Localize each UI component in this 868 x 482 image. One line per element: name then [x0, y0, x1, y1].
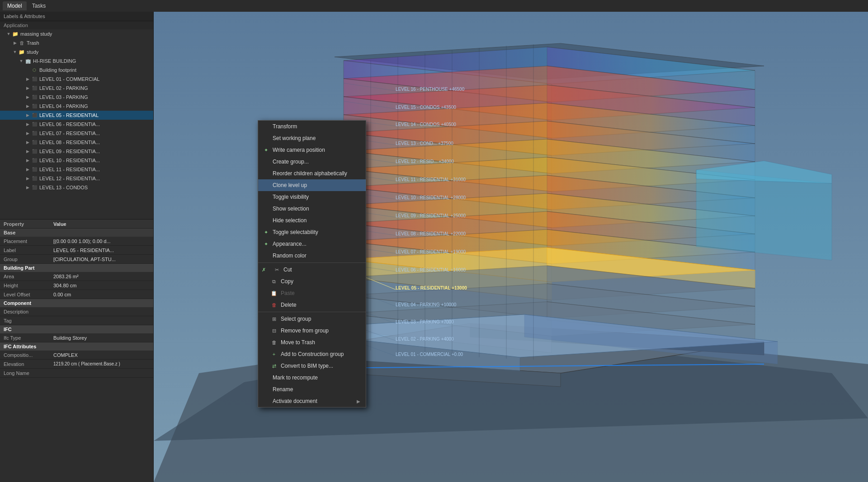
- labels-attrs-header: Labels & Attributes: [0, 12, 153, 21]
- tree-arrow[interactable]: ▶: [24, 148, 31, 154]
- tree-item-footprint[interactable]: ⬡ Building footprint: [0, 66, 153, 75]
- viewport[interactable]: LEVEL 16 - PENTHOUSE +46500 LEVEL 15 - C…: [154, 12, 868, 482]
- prop-row-group: Group [CIRCULATION, APT-STU...: [0, 255, 153, 264]
- convert-bim-icon: ⇄: [270, 362, 278, 370]
- ctx-toggle-visibility[interactable]: Toggle visibility: [258, 191, 366, 203]
- svg-text:LEVEL 14 - CONDOS +40500: LEVEL 14 - CONDOS +40500: [396, 122, 456, 127]
- tree-item-l06[interactable]: ▶ ⬛ LEVEL 06 - RESIDENTIA...: [0, 120, 153, 129]
- tree-label: LEVEL 13 - CONDOS: [39, 185, 88, 190]
- tree-arrow[interactable]: ▼: [18, 58, 24, 64]
- recompute-icon: [262, 374, 270, 382]
- folder-icon: 📁: [18, 48, 25, 56]
- color-icon: [262, 252, 270, 260]
- ctx-label: Rename: [273, 386, 360, 393]
- tree-arrow[interactable]: ▼: [5, 31, 12, 37]
- ctx-select-group[interactable]: ⊞ Select group: [258, 313, 366, 325]
- ctx-create-group[interactable]: Create group...: [258, 156, 366, 168]
- level-icon: ⬛: [31, 130, 38, 137]
- ctx-remove-group[interactable]: ⊟ Remove from group: [258, 325, 366, 337]
- prop-row-label: Label LEVEL 05 - RESIDENTIA...: [0, 246, 153, 255]
- ctx-label: Write camera position: [273, 147, 360, 153]
- ctx-label: Move to Trash: [281, 339, 360, 346]
- ctx-clone-level-up[interactable]: Clone level up: [258, 179, 366, 191]
- paste-icon: 📋: [270, 289, 278, 297]
- prop-section-ifc: IFC: [0, 325, 153, 333]
- tree-arrow[interactable]: ▶: [24, 175, 31, 182]
- ctx-show-selection[interactable]: Show selection: [258, 203, 366, 215]
- tree-label: LEVEL 12 - RESIDENTIA...: [39, 176, 100, 181]
- ctx-appearance[interactable]: ✦ Appearance...: [258, 238, 366, 250]
- ctx-activate-document[interactable]: Activate document ▶: [258, 395, 366, 407]
- level-icon: ⬛: [31, 166, 38, 173]
- ctx-copy[interactable]: ⧉ Copy: [258, 276, 366, 287]
- level-icon: ⬛: [31, 157, 38, 164]
- ctx-set-working-plane[interactable]: Set working plane: [258, 132, 366, 144]
- ctx-hide-selection[interactable]: Hide selection: [258, 215, 366, 226]
- appearance-icon: ✦: [262, 240, 270, 248]
- ctx-transform[interactable]: Transform: [258, 121, 366, 132]
- level-icon: ⬛: [31, 139, 38, 146]
- tree-view[interactable]: ▼ 📁 massing study ▶ 🗑 Trash ▼ 📁 study: [0, 29, 153, 219]
- tab-tasks[interactable]: Tasks: [28, 1, 51, 10]
- tree-arrow[interactable]: ▶: [24, 184, 31, 191]
- tree-arrow[interactable]: ▶: [24, 166, 31, 173]
- ctx-random-color[interactable]: Random color: [258, 250, 366, 262]
- tree-arrow[interactable]: ▶: [24, 85, 31, 91]
- tree-item-l02[interactable]: ▶ ⬛ LEVEL 02 - PARKING: [0, 84, 153, 93]
- hide-icon: [262, 216, 270, 225]
- tree-item-l05[interactable]: ▶ ⬛ LEVEL 05 - RESIDENTIAL: [0, 111, 153, 120]
- tree-item-l04[interactable]: ▶ ⬛ LEVEL 04 - PARKING: [0, 102, 153, 111]
- prop-name: Description: [4, 309, 53, 314]
- prop-row-level-offset: Level Offset 0.00 cm: [0, 290, 153, 299]
- ctx-rename[interactable]: Rename: [258, 384, 366, 395]
- tree-arrow[interactable]: ▶: [24, 103, 31, 109]
- delete-icon: 🗑: [270, 301, 278, 309]
- tree-item-l03[interactable]: ▶ ⬛ LEVEL 03 - PARKING: [0, 93, 153, 102]
- ctx-convert-bim[interactable]: ⇄ Convert to BIM type...: [258, 360, 366, 372]
- tree-arrow[interactable]: ▶: [24, 130, 31, 136]
- tree-arrow[interactable]: ▶: [24, 121, 31, 127]
- level-icon: ⬛: [31, 103, 38, 110]
- tree-item-l07[interactable]: ▶ ⬛ LEVEL 07 - RESIDENTIA...: [0, 129, 153, 138]
- tree-arrow[interactable]: ▶: [24, 94, 31, 100]
- prop-name: Group: [4, 257, 53, 262]
- tree-item-l08[interactable]: ▶ ⬛ LEVEL 08 - RESIDENTIA...: [0, 138, 153, 147]
- svg-text:LEVEL 08 - RESIDENTIAL +22000: LEVEL 08 - RESIDENTIAL +22000: [396, 231, 466, 236]
- tree-item-l01[interactable]: ▶ ⬛ LEVEL 01 - COMMERCIAL: [0, 75, 153, 84]
- tree-item-trash[interactable]: ▶ 🗑 Trash: [0, 38, 153, 47]
- tree-item-study[interactable]: ▼ 📁 study: [0, 47, 153, 56]
- tree-arrow[interactable]: ▶: [24, 157, 31, 164]
- tree-arrow[interactable]: ▶: [24, 76, 31, 82]
- tree-arrow[interactable]: ▶: [24, 139, 31, 145]
- tab-model[interactable]: Model: [3, 1, 27, 10]
- prop-name: Long Name: [4, 370, 53, 376]
- ctx-mark-recompute[interactable]: Mark to recompute: [258, 372, 366, 384]
- tree-label: massing study: [20, 31, 52, 37]
- tree-item-hirise[interactable]: ▼ 🏢 HI-RISE BUILDING: [0, 56, 153, 66]
- tree-item-l10[interactable]: ▶ ⬛ LEVEL 10 - RESIDENTIA...: [0, 156, 153, 165]
- prop-section-building-part: Building Part: [0, 264, 153, 272]
- ctx-label: Toggle visibility: [273, 194, 360, 200]
- tree-item-l12[interactable]: ▶ ⬛ LEVEL 12 - RESIDENTIA...: [0, 174, 153, 183]
- tree-item-l11[interactable]: ▶ ⬛ LEVEL 11 - RESIDENTIA...: [0, 165, 153, 174]
- tree-item-l13[interactable]: ▶ ⬛ LEVEL 13 - CONDOS: [0, 183, 153, 192]
- ctx-cut[interactable]: ✗ ✂ Cut: [258, 264, 366, 276]
- submenu-arrow: ▶: [357, 399, 360, 404]
- ctx-add-construction[interactable]: + Add to Construction group: [258, 348, 366, 360]
- tree-item-l09[interactable]: ▶ ⬛ LEVEL 09 - RESIDENTIA...: [0, 147, 153, 156]
- ctx-paste: 📋 Paste: [258, 287, 366, 299]
- eye-icon: [262, 193, 270, 201]
- ctx-toggle-selectability[interactable]: ✦ Toggle selectability: [258, 226, 366, 238]
- tree-label: LEVEL 09 - RESIDENTIA...: [39, 149, 100, 154]
- ctx-delete[interactable]: 🗑 Delete: [258, 299, 366, 311]
- tree-arrow[interactable]: ▼: [12, 49, 18, 55]
- ctx-write-camera[interactable]: ✦ Write camera position: [258, 144, 366, 156]
- tree-arrow[interactable]: ▶: [12, 40, 18, 46]
- activate-doc-icon: [262, 397, 270, 405]
- tree-item-massing-study[interactable]: ▼ 📁 massing study: [0, 29, 153, 38]
- level-icon: ⬛: [31, 175, 38, 182]
- ctx-move-trash[interactable]: 🗑 Move to Trash: [258, 337, 366, 348]
- tree-label: Trash: [27, 40, 39, 46]
- tree-arrow[interactable]: ▶: [24, 112, 31, 118]
- ctx-reorder[interactable]: Reorder children alphabetically: [258, 168, 366, 179]
